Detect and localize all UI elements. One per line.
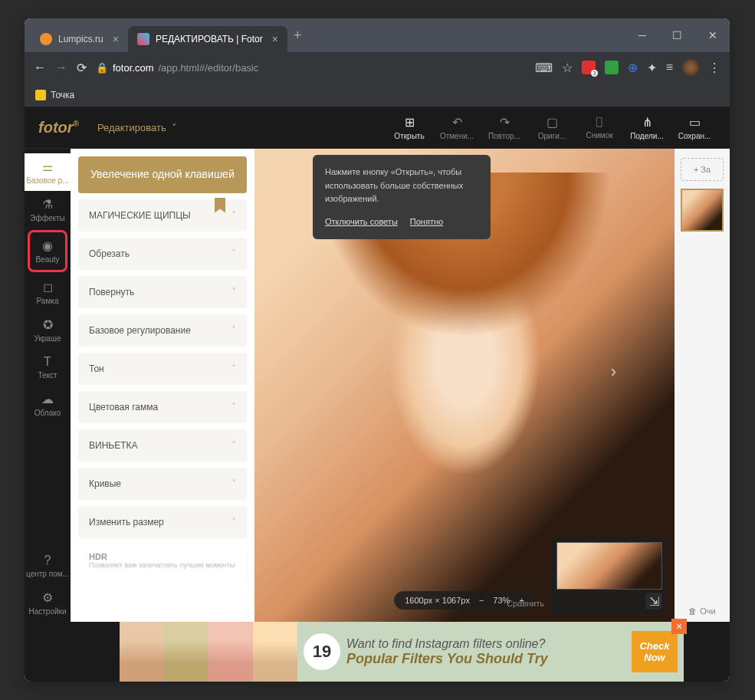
mode-selector[interactable]: Редактировать ˅ [97, 122, 177, 133]
url-domain: fotor.com [113, 62, 153, 74]
tooltip-text: Нажмите кнопку «Открыть», чтобы использо… [325, 166, 478, 206]
favicon [137, 33, 149, 45]
acc-tone[interactable]: Тон˅ [78, 353, 247, 385]
tool-open[interactable]: ⊞Открыть [388, 112, 431, 143]
acc-vignette[interactable]: ВИНЬЕТКА˅ [78, 429, 247, 462]
zoom-out-button[interactable]: − [479, 596, 484, 605]
forward-button[interactable]: → [55, 61, 67, 74]
minimize-button[interactable]: ─ [632, 26, 652, 44]
rail-effects[interactable]: ⚗Эффекты [25, 191, 71, 228]
image-icon: ▢ [547, 115, 558, 130]
tip-ok-link[interactable]: Понятно [410, 215, 443, 229]
url-field[interactable]: 🔒 fotor.com/app.html#/editor/basic [96, 62, 526, 74]
chevron-down-icon: ˅ [231, 402, 236, 412]
image-plus-icon: ⊞ [405, 115, 415, 130]
eye-icon: ◉ [42, 238, 53, 253]
top-toolbar: ⊞Открыть ↶Отмени... ↷Повтор... ▢Ориги...… [388, 112, 716, 143]
extensions-icon[interactable]: ✦ [647, 61, 657, 75]
gear-icon: ⚙ [42, 590, 53, 605]
close-button[interactable]: ✕ [702, 26, 724, 44]
star-icon[interactable]: ☆ [562, 61, 573, 75]
save-icon: ▭ [689, 115, 701, 130]
url-path: /app.html#/editor/basic [158, 62, 258, 74]
window-controls: ─ ☐ ✕ [632, 26, 724, 44]
navigator-thumb[interactable] [556, 542, 662, 590]
bookmark-folder-icon [35, 90, 46, 100]
frame-icon: ◻ [43, 280, 53, 294]
tool-share[interactable]: ⋔Подели... [625, 112, 668, 143]
tool-snapshot[interactable]: ⌷Снимок [578, 112, 621, 143]
camera-icon: ⌷ [596, 115, 603, 129]
tab-lumpics[interactable]: Lumpics.ru × [31, 26, 128, 52]
canvas[interactable]: Нажмите кнопку «Открыть», чтобы использо… [254, 149, 675, 622]
compare-button[interactable]: Сравнить [507, 599, 544, 608]
ad-text: Want to find Instagram filters online? P… [346, 637, 632, 667]
close-icon[interactable]: × [272, 33, 278, 45]
rail-text[interactable]: TТекст [25, 349, 71, 386]
left-rail: ⚌Базовое р... ⚗Эффекты ◉Beauty ◻Рамка ✪У… [25, 149, 71, 622]
add-image-button[interactable]: + За [681, 158, 724, 181]
ad-close-button[interactable]: × [671, 619, 687, 634]
clear-button[interactable]: 🗑Очи [688, 606, 715, 616]
tip-disable-link[interactable]: Отключить советы [325, 215, 398, 229]
rail-sticker[interactable]: ✪Украше [25, 311, 71, 349]
acc-crop[interactable]: Обрезать˅ [78, 238, 247, 270]
tab-fotor[interactable]: РЕДАКТИРОВАТЬ | Fotor × [128, 26, 287, 52]
ad-cta-button[interactable]: CheckNow [632, 631, 678, 672]
ext-adblock-icon[interactable]: 3 [582, 61, 596, 74]
new-tab-button[interactable]: + [294, 28, 302, 44]
chevron-down-icon: ˅ [231, 210, 236, 221]
browser-window: Lumpics.ru × РЕДАКТИРОВАТЬ | Fotor × + ─… [25, 18, 730, 682]
chevron-down-icon: ˅ [231, 325, 236, 336]
rail-frame[interactable]: ◻Рамка [25, 274, 71, 311]
rail-settings[interactable]: ⚙Настройки [25, 584, 71, 622]
acc-rotate[interactable]: Повернуть˅ [78, 276, 247, 308]
tool-undo[interactable]: ↶Отмени... [435, 112, 478, 143]
tool-original[interactable]: ▢Ориги... [530, 112, 573, 143]
reload-button[interactable]: ⟳ [77, 61, 87, 75]
flask-icon: ⚗ [42, 197, 53, 212]
tool-save[interactable]: ▭Сохран... [673, 112, 716, 143]
toolbar-icons: ⌨ ☆ 3 ⊕ ✦ ≡ ⋮ [535, 59, 721, 76]
favicon [40, 33, 52, 45]
app-header: fotor® Редактировать ˅ ⊞Открыть ↶Отмени.… [25, 107, 730, 149]
acc-resize[interactable]: Изменить размер˅ [78, 506, 247, 538]
menu-icon[interactable]: ⋮ [708, 61, 721, 75]
bookmarks-bar: Точка [25, 83, 730, 107]
rail-basic[interactable]: ⚌Базовое р... [25, 153, 71, 191]
acc-magic[interactable]: МАГИЧЕСКИЕ ЩИПЦЫ˅ [78, 199, 247, 232]
one-tap-enhance[interactable]: Увелечение одной клавишей [78, 156, 247, 193]
tool-redo[interactable]: ↷Повтор... [483, 112, 526, 143]
tab-title: Lumpics.ru [58, 34, 103, 44]
profile-avatar[interactable] [682, 59, 699, 76]
acc-color[interactable]: Цветовая гамма˅ [78, 391, 247, 423]
back-button[interactable]: ← [34, 61, 46, 74]
ad-number: 19 [304, 633, 340, 670]
fotor-logo[interactable]: fotor® [38, 119, 79, 136]
acc-curves[interactable]: Кривые˅ [78, 468, 247, 500]
maximize-button[interactable]: ☐ [666, 26, 688, 44]
close-icon[interactable]: × [113, 33, 119, 45]
navigator[interactable]: ⇲ [552, 537, 667, 614]
reading-list-icon[interactable]: ≡ [666, 61, 673, 74]
chevron-down-icon: ˅ [231, 248, 236, 259]
premium-ribbon-icon [215, 198, 225, 213]
ext-globe-icon[interactable]: ⊕ [628, 61, 638, 75]
next-image-button[interactable]: › [611, 362, 616, 382]
undo-icon: ↶ [452, 115, 462, 130]
image-thumbnail[interactable] [681, 189, 724, 232]
acc-hdr[interactable]: HDRПозволяет вам запечатлеть лучшие моме… [78, 544, 247, 577]
acc-basic-adjust[interactable]: Базовое регулирование˅ [78, 314, 247, 347]
rail-cloud[interactable]: ☁Облако [25, 386, 71, 423]
rail-help[interactable]: ?центр пом... [25, 547, 71, 584]
lock-icon: 🔒 [96, 62, 108, 74]
ad-banner[interactable]: 19 Want to find Instagram filters online… [120, 622, 684, 682]
chevron-down-icon: ˅ [231, 287, 236, 297]
tab-title: РЕДАКТИРОВАТЬ | Fotor [156, 34, 263, 44]
redo-icon: ↷ [500, 115, 510, 130]
rail-beauty[interactable]: ◉Beauty [28, 230, 67, 272]
translate-icon[interactable]: ⌨ [535, 61, 553, 75]
ext-check-icon[interactable] [605, 61, 619, 74]
bookmark-item[interactable]: Точка [51, 90, 74, 100]
collapse-icon[interactable]: ⇲ [645, 593, 662, 610]
